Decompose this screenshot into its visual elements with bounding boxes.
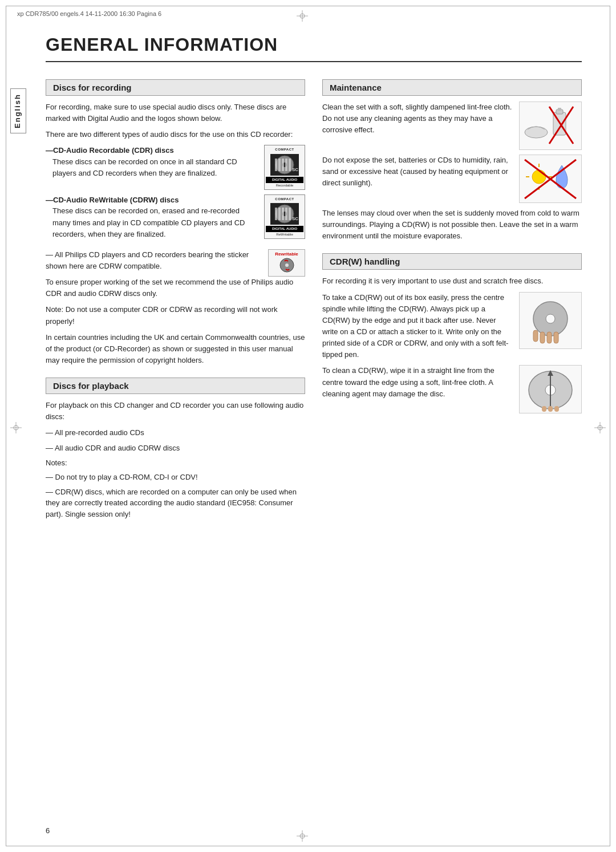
discs-for-recording-header: Discs for recording — [46, 79, 305, 96]
language-tab: English — [10, 88, 26, 133]
maintenance-para1-block: Clean the set with a soft, slightly damp… — [322, 102, 582, 155]
cdrw-handling-section: CDR(W) handling For recording it is very… — [322, 253, 582, 418]
cleaning-disc-image — [519, 365, 582, 413]
maintenance-header: Maintenance — [322, 79, 582, 96]
cdrw-title: —CD-Audio ReWritable (CDRW) discs — [46, 196, 179, 204]
cdrw-handling-para2-block: To take a CD(RW) out of its box easily, … — [322, 292, 582, 366]
svg-rect-47 — [542, 406, 546, 412]
handling-image — [519, 292, 582, 349]
cdrw-desc: These discs can be recorded on, erased a… — [52, 205, 258, 240]
rewritable-sticker-svg — [275, 257, 298, 274]
all-philips-text: — All Philips CD players and CD recorder… — [46, 249, 305, 272]
cdrw-handling-header: CDR(W) handling — [322, 253, 582, 270]
discs-for-recording-section: Discs for recording For recording, make … — [46, 79, 305, 366]
right-column: Maintenance — [322, 79, 582, 523]
recommend-text: To ensure proper working of the set we r… — [46, 277, 305, 299]
cleaning-disc-svg — [522, 367, 579, 412]
compact-label: COMPACT — [275, 148, 294, 151]
maintenance-para3: The lenses may cloud over when the set i… — [322, 208, 582, 242]
svg-rect-40 — [547, 332, 552, 343]
svg-rect-48 — [548, 406, 553, 412]
cdr-disc-type: —CD-Audio Recordable (CDR) discs These d… — [46, 145, 305, 190]
right-crosshair — [594, 422, 606, 433]
compact-label2: COMPACT — [275, 197, 294, 201]
svg-rect-6 — [285, 159, 287, 171]
cdrw-disc-svg: SC — [270, 203, 299, 225]
humidity-image — [519, 155, 582, 203]
page-number: 6 — [46, 826, 50, 835]
bottom-crosshair — [297, 830, 308, 842]
cleaning-image — [519, 102, 582, 150]
svg-rect-16 — [289, 208, 291, 220]
playback-bullet2: — All audio CDR and audio CDRW discs — [46, 443, 305, 454]
discs-for-playback-section: Discs for playback For playback on this … — [46, 378, 305, 520]
svg-rect-12 — [275, 208, 277, 220]
svg-rect-49 — [554, 406, 559, 412]
svg-rect-13 — [278, 208, 281, 220]
svg-rect-5 — [282, 159, 284, 171]
svg-point-26 — [525, 127, 548, 138]
svg-rect-41 — [554, 332, 558, 343]
left-column: Discs for recording For recording, make … — [46, 79, 305, 523]
svg-rect-7 — [289, 159, 291, 171]
page-title: GENERAL INFORMATION — [46, 34, 582, 62]
recording-para2: There are two different types of audio d… — [46, 129, 305, 140]
maintenance-section: Maintenance — [322, 79, 582, 242]
notes-title: Notes: — [46, 457, 305, 469]
top-crosshair — [297, 10, 308, 22]
cdrw-handling-para1: For recording it is very important to us… — [322, 275, 582, 287]
copyright-text: In certain countries including the UK an… — [46, 332, 305, 366]
cdr-badge: COMPACT SC DI — [264, 145, 305, 190]
svg-point-19 — [285, 263, 289, 267]
playback-note2: — CDR(W) discs, which are recorded on a … — [46, 486, 305, 520]
cdr-desc: These discs can be recorded on once in a… — [52, 156, 258, 179]
digital-audio-label2: DIGITAL AUDIO — [266, 226, 303, 232]
cleaning-svg — [522, 104, 579, 148]
humidity-svg — [522, 157, 579, 201]
rewritable-label: ReWritable — [266, 232, 303, 237]
playback-bullet1: — All pre-recorded audio CDs — [46, 427, 305, 439]
cdrw-handling-para3-block: To clean a CD(RW), wipe it in a straight… — [322, 365, 582, 418]
rewritable-sticker-label: Rewritable — [270, 251, 303, 257]
svg-rect-39 — [540, 332, 545, 343]
playback-para1: For playback on this CD changer and CD r… — [46, 400, 305, 423]
digital-audio-label: DIGITAL AUDIO — [266, 177, 303, 183]
svg-rect-23 — [558, 108, 561, 111]
playback-note1: — Do not try to play a CD-ROM, CD-I or C… — [46, 472, 305, 483]
svg-rect-3 — [275, 159, 277, 171]
svg-point-37 — [546, 314, 555, 323]
all-philips-block: Rewritable — All Philips CD players and … — [46, 249, 305, 277]
cdr-title: —CD-Audio Recordable (CDR) discs — [46, 146, 174, 155]
handling-svg — [522, 293, 579, 347]
svg-rect-15 — [285, 208, 287, 220]
cdrw-label-block: —CD-Audio ReWritable (CDRW) discs These … — [46, 194, 258, 245]
cdrw-badge: COMPACT SC DIGITAL AUDIO ReWritable — [264, 194, 305, 240]
discs-for-playback-header: Discs for playback — [46, 378, 305, 394]
note-text: Note: Do not use a computer CDR or CDRW … — [46, 304, 305, 327]
svg-rect-14 — [282, 208, 284, 220]
recording-para1: For recording, make sure to use special … — [46, 102, 305, 124]
header-meta: xp CDR785/00 engels.4 14-11-2000 16:30 P… — [17, 10, 161, 17]
rewritable-sticker: Rewritable — [268, 249, 305, 277]
svg-text:SC: SC — [292, 167, 298, 172]
cdrw-disc-type: —CD-Audio ReWritable (CDRW) discs These … — [46, 194, 305, 245]
svg-rect-4 — [278, 159, 281, 171]
left-crosshair — [10, 422, 22, 433]
cdr-label-block: —CD-Audio Recordable (CDR) discs These d… — [46, 145, 258, 184]
recordable-label: Recordable — [266, 183, 303, 188]
svg-rect-38 — [533, 330, 538, 342]
cdr-disc-svg: SC — [270, 154, 299, 176]
maintenance-para2-block: Do not expose the set, batteries or CDs … — [322, 155, 582, 208]
svg-point-28 — [532, 170, 546, 184]
svg-text:SC: SC — [292, 216, 298, 221]
